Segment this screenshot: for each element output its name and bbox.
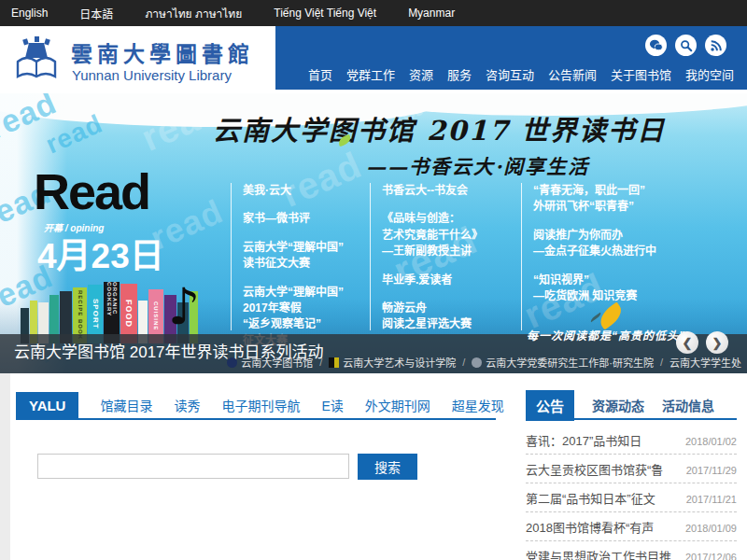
lang-myanmar[interactable]: Myanmar [408, 7, 455, 20]
sponsor-row: 云南大学图书馆 / 云南大学艺术与设计学院 / 云南大学党委研究生工作部·研究生… [227, 355, 741, 370]
sponsor-separator: / [462, 357, 465, 368]
news-link[interactable]: 云大呈贡校区图书馆获“鲁 [526, 460, 663, 478]
book-spine-label: FOOD [124, 300, 134, 328]
read-headline: Read [34, 162, 149, 220]
wechat-icon[interactable] [645, 35, 667, 56]
news-date: 2018/01/09 [685, 523, 737, 534]
banner-event: 书香云大--书友会 [382, 183, 510, 199]
lang-english[interactable]: English [11, 7, 48, 20]
banner-column-2: 书香云大--书友会 《品味与创造： 艺术究竟能干什么》 —王新副教授主讲 毕业季… [370, 183, 510, 330]
logo-title[interactable]: 雲南大學圖書館 [71, 36, 254, 68]
hero-banner[interactable]: read read read read read read read read … [0, 93, 747, 373]
graduate-school-seal-icon [472, 357, 482, 368]
news-row: 党建与思想政治工作书目推 2017/12/06 [526, 541, 737, 560]
book-spine-label: CUISINE [153, 301, 159, 330]
sponsor-item: 云南大学党委研究生工作部·研究生院 [472, 355, 654, 370]
nav-services[interactable]: 服务 [447, 65, 472, 83]
event-date: 4月23日 [37, 228, 164, 278]
banner-event: 家书—微书评 [243, 211, 363, 227]
banner-event: “青春无海，职此一回” 外研讯飞杯“职青春” [533, 183, 717, 216]
sponsor-item: 云南大学学生处 [669, 355, 741, 370]
news-link[interactable]: 第二届“品书知日本”征文 [526, 489, 655, 507]
art-design-logo-icon [329, 357, 339, 368]
search-tabs: YALU 馆藏目录 读秀 电子期刊导航 E读 外文期刊网 超星发现 Find+ [16, 392, 496, 420]
carousel-next-button[interactable]: ❯ [706, 331, 728, 354]
sponsor-item: 云南大学图书馆 [227, 355, 313, 370]
banner-event: 美我·云大 [243, 183, 363, 199]
banner-title: 云南大学图书馆 2017 世界读书日 [213, 108, 666, 147]
sponsor-label: 云南大学艺术与设计学院 [343, 355, 456, 370]
news-row: 喜讯：2017”品书知日 2018/01/02 [526, 426, 737, 455]
news-tabs: 公告 资源动态 活动信息 [526, 392, 737, 420]
nav-home[interactable]: 首页 [308, 65, 332, 83]
site-header: 雲南大學圖書館 Yunnan University Library 首页 党群工… [0, 26, 747, 90]
nav-party-work[interactable]: 党群工作 [346, 65, 395, 83]
banner-subtitle: ——书香云大·阅享生活 [366, 151, 589, 179]
tab-activity-info[interactable]: 活动信息 [662, 396, 714, 414]
book-spine-label: SPORT [92, 299, 100, 329]
rss-icon[interactable] [705, 35, 726, 56]
search-input[interactable] [37, 454, 349, 479]
news-link[interactable]: 喜讯：2017”品书知日 [526, 431, 641, 449]
main-nav: 首页 党群工作 资源 服务 咨询互动 公告新闻 关于图书馆 我的空间 [308, 65, 734, 83]
nav-my-space[interactable]: 我的空间 [685, 65, 734, 83]
tab-resource-updates[interactable]: 资源动态 [592, 396, 644, 414]
logo-subtitle: Yunnan University Library [72, 67, 232, 83]
news-row: 第二届“品书知日本”征文 2017/11/21 [526, 483, 737, 512]
lang-thai[interactable]: ภาษาไทย ภาษาไทย [145, 5, 242, 22]
banner-event: 毕业季.爱读者 [382, 273, 510, 288]
tab-superstar-discovery[interactable]: 超星发现 [452, 396, 504, 414]
news-panel: 公告 资源动态 活动信息 喜讯：2017”品书知日 2018/01/02 云大呈… [526, 392, 737, 560]
left-margin-strip [0, 373, 10, 560]
banner-event: 畅游云舟 阅读之星评选大赛 [382, 301, 510, 333]
nav-about[interactable]: 关于图书馆 [611, 65, 671, 83]
book-spine-label: RECIPE BOOK [78, 290, 83, 340]
nav-announcements[interactable]: 公告新闻 [548, 65, 597, 83]
page-root: English 日本語 ภาษาไทย ภาษาไทย Tiếng Việt T… [0, 0, 747, 560]
banner-event: 《品味与创造： 艺术究竟能干什么》 —王新副教授主讲 [382, 211, 510, 259]
tab-announcements[interactable]: 公告 [526, 390, 574, 421]
nav-consulting[interactable]: 咨询互动 [486, 65, 534, 83]
library-seal-icon [227, 357, 237, 368]
news-link[interactable]: 2018图书馆博看杯“有声 [526, 518, 654, 536]
banner-column-1: 美我·云大 家书—微书评 云南大学“理解中国” 读书征文大赛 云南大学“理解中国… [231, 183, 363, 330]
sponsor-item: 云南大学艺术与设计学院 [329, 355, 456, 370]
language-bar: English 日本語 ภาษาไทย ภาษาไทย Tiếng Việt T… [0, 0, 747, 26]
tab-eread[interactable]: E读 [321, 396, 343, 414]
lang-japanese[interactable]: 日本語 [79, 6, 113, 21]
news-date: 2017/11/21 [686, 494, 737, 505]
search-icon[interactable] [675, 35, 697, 56]
news-date: 2017/12/06 [685, 552, 737, 560]
banner-event: “知识视界” —吃货欧洲 知识竞赛 [533, 273, 717, 305]
music-note-decoration: ♪ [168, 277, 200, 336]
tab-ejournal-nav[interactable]: 电子期刊导航 [221, 396, 300, 414]
lang-vietnamese[interactable]: Tiếng Việt Tiếng Việt [274, 7, 376, 20]
tab-foreign-journals[interactable]: 外文期刊网 [365, 396, 430, 414]
banner-quote: 每一次阅读都是“高贵的低头” [527, 327, 685, 343]
search-button[interactable]: 搜索 [358, 454, 417, 480]
tab-yalu[interactable]: YALU [16, 392, 78, 419]
nav-resources[interactable]: 资源 [409, 65, 433, 83]
news-link[interactable]: 党建与思想政治工作书目推 [526, 547, 671, 560]
banner-event: 阅读推广为你而办 —金点子征集火热进行中 [533, 228, 717, 260]
carousel-prev-button[interactable]: ❮ [676, 331, 698, 354]
tab-duxiu[interactable]: 读秀 [174, 396, 200, 414]
sponsor-separator: / [660, 357, 663, 368]
tab-catalog[interactable]: 馆藏目录 [100, 396, 152, 414]
news-row: 云大呈贡校区图书馆获“鲁 2017/11/29 [526, 455, 737, 483]
news-date: 2017/11/29 [686, 465, 737, 476]
header-icon-group [645, 35, 726, 56]
news-list: 喜讯：2017”品书知日 2018/01/02 云大呈贡校区图书馆获“鲁 201… [526, 426, 737, 560]
sponsor-label: 云南大学学生处 [669, 355, 741, 370]
news-date: 2018/01/02 [685, 436, 737, 447]
sponsor-separator: / [319, 357, 322, 368]
banner-event: 云南大学“理解中国” 读书征文大赛 [243, 240, 363, 273]
news-row: 2018图书馆博看杯“有声 2018/01/09 [526, 512, 737, 541]
sponsor-label: 云南大学党委研究生工作部·研究生院 [486, 355, 654, 370]
library-logo-icon[interactable] [12, 34, 61, 82]
search-section: 搜索 [37, 454, 417, 480]
sponsor-label: 云南大学图书馆 [241, 355, 313, 370]
